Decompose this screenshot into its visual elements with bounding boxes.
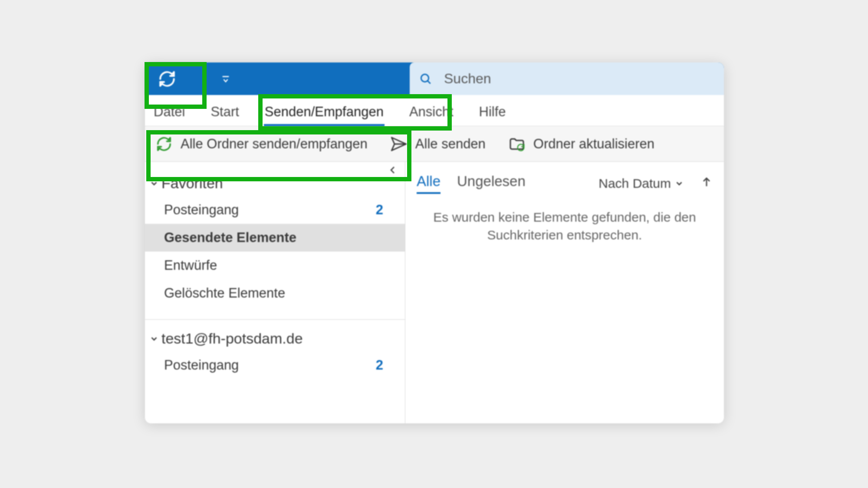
favorites-label: Favoriten [161,175,223,192]
folder-label: Gesendete Elemente [164,230,296,246]
send-receive-all-button[interactable]: Alle Ordner senden/empfangen [153,132,370,156]
nav-separator [145,319,405,320]
sort-label: Nach Datum [598,176,671,191]
account-label: test1@fh-potsdam.de [161,330,303,347]
send-all-button[interactable]: Alle senden [388,132,488,156]
empty-line-1: Es wurden keine Elemente gefunden, die d… [417,209,713,226]
search-bar[interactable]: Suchen [410,62,724,95]
unread-count: 2 [376,357,383,373]
folder-label: Gelöschte Elemente [164,285,285,301]
sort-dropdown[interactable]: Nach Datum [598,176,684,191]
empty-line-2: Suchkriterien entsprechen. [417,226,713,244]
filter-all[interactable]: Alle [417,173,441,194]
chevron-down-icon [149,179,159,188]
account-header[interactable]: test1@fh-potsdam.de [145,323,405,351]
folder-sent[interactable]: Gesendete Elemente [145,224,405,252]
outlook-window: Suchen Datei Start Senden/Empfangen Ansi… [145,62,724,423]
collapse-nav-icon[interactable] [388,164,398,178]
sync-icon [155,135,173,153]
update-folder-label: Ordner aktualisieren [533,136,654,152]
update-folder-button[interactable]: Ordner aktualisieren [506,132,657,156]
search-icon [418,72,433,86]
ribbon-tabs: Datei Start Senden/Empfangen Ansicht Hil… [145,95,724,126]
favorites-header[interactable]: Favoriten [145,162,405,196]
folder-inbox-account[interactable]: Posteingang 2 [145,351,405,379]
message-list-pane: Alle Ungelesen Nach Datum [405,162,724,423]
send-all-label: Alle senden [415,136,486,152]
tab-senden-empfangen[interactable]: Senden/Empfangen [264,98,385,126]
tab-hilfe[interactable]: Hilfe [478,98,507,126]
unread-count: 2 [376,202,383,218]
title-bar-left [145,62,410,95]
send-icon [390,135,408,153]
folder-inbox[interactable]: Posteingang 2 [145,196,405,224]
folder-label: Posteingang [164,357,239,373]
folder-refresh-icon [508,135,526,153]
ribbon-toolbar: Alle Ordner senden/empfangen Alle senden [145,126,724,162]
filter-row: Alle Ungelesen Nach Datum [417,173,713,194]
filter-unread[interactable]: Ungelesen [457,173,526,194]
body: Favoriten Posteingang 2 Gesendete Elemen… [145,162,724,423]
folder-label: Entwürfe [164,258,217,273]
dropdown-icon[interactable] [220,73,232,85]
folder-label: Posteingang [164,202,239,218]
arrow-up-icon [700,176,713,188]
empty-message: Es wurden keine Elemente gefunden, die d… [417,209,713,244]
tab-ansicht[interactable]: Ansicht [408,98,454,126]
title-bar: Suchen [145,62,724,95]
folder-deleted[interactable]: Gelöschte Elemente [145,279,405,307]
tab-datei[interactable]: Datei [153,98,186,126]
tab-start[interactable]: Start [210,98,240,126]
svg-point-1 [421,74,428,82]
sort-direction-button[interactable] [700,176,713,192]
folder-drafts[interactable]: Entwürfe [145,252,405,279]
send-receive-all-label: Alle Ordner senden/empfangen [181,136,368,152]
chevron-down-icon [674,179,684,188]
chevron-down-icon [149,334,159,344]
search-placeholder: Suchen [444,71,491,87]
sync-icon[interactable] [158,70,176,88]
svg-line-2 [427,81,430,83]
folder-nav: Favoriten Posteingang 2 Gesendete Elemen… [145,162,405,423]
